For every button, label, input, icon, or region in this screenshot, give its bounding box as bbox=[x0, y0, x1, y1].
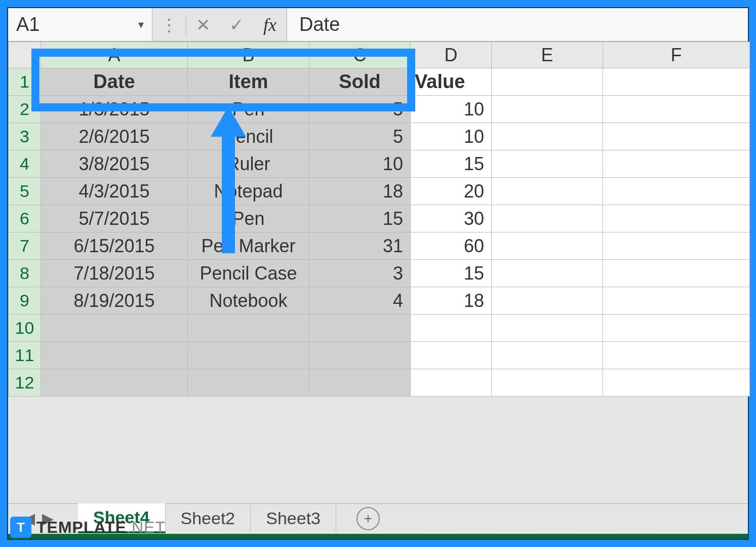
cell-e8[interactable] bbox=[492, 260, 603, 287]
cell-d9[interactable]: 18 bbox=[411, 287, 492, 315]
cell-d12[interactable] bbox=[411, 369, 492, 397]
cell-f11[interactable] bbox=[603, 342, 750, 369]
cell-f7[interactable] bbox=[603, 232, 750, 260]
cell-c2[interactable]: 5 bbox=[309, 96, 411, 123]
row-header-5[interactable]: 5 bbox=[9, 178, 41, 205]
cell-b5[interactable]: Notepad bbox=[188, 178, 309, 205]
cell-a8[interactable]: 7/18/2015 bbox=[41, 260, 188, 287]
cell-a3[interactable]: 2/6/2015 bbox=[41, 123, 188, 150]
chevron-down-icon[interactable]: ▾ bbox=[138, 18, 144, 31]
cell-a6[interactable]: 5/7/2015 bbox=[41, 205, 188, 232]
cell-c12[interactable] bbox=[309, 369, 411, 397]
cancel-icon[interactable]: ✕ bbox=[186, 8, 220, 41]
cell-c9[interactable]: 4 bbox=[309, 287, 411, 315]
cell-e1[interactable] bbox=[492, 68, 603, 96]
cell-a1[interactable]: Date bbox=[41, 68, 188, 96]
cell-f12[interactable] bbox=[603, 369, 750, 397]
cell-e12[interactable] bbox=[492, 369, 603, 397]
add-sheet-button[interactable]: + bbox=[356, 507, 380, 530]
column-header-f[interactable]: F bbox=[603, 42, 750, 68]
cell-f1[interactable] bbox=[603, 68, 750, 96]
row-header-8[interactable]: 8 bbox=[9, 260, 41, 287]
enter-icon[interactable]: ✓ bbox=[220, 8, 253, 41]
column-header-d[interactable]: D bbox=[411, 42, 492, 68]
cell-b1[interactable]: Item bbox=[188, 68, 309, 96]
cell-d5[interactable]: 20 bbox=[411, 178, 492, 205]
cell-d1[interactable]: Value bbox=[411, 68, 492, 96]
row-header-12[interactable]: 12 bbox=[9, 369, 41, 397]
cell-b3[interactable]: Pencil bbox=[188, 123, 309, 150]
row-header-11[interactable]: 11 bbox=[9, 342, 41, 369]
row-header-7[interactable]: 7 bbox=[9, 232, 41, 260]
column-header-b[interactable]: B bbox=[188, 42, 309, 68]
cell-a7[interactable]: 6/15/2015 bbox=[41, 232, 188, 260]
column-header-a[interactable]: A bbox=[41, 42, 188, 68]
cell-b11[interactable] bbox=[188, 342, 309, 369]
cell-c4[interactable]: 10 bbox=[309, 150, 411, 178]
cell-a5[interactable]: 4/3/2015 bbox=[41, 178, 188, 205]
cell-b7[interactable]: Pen Marker bbox=[188, 232, 309, 260]
cell-d8[interactable]: 15 bbox=[411, 260, 492, 287]
cell-a2[interactable]: 1/3/2015 bbox=[41, 96, 188, 123]
row-header-4[interactable]: 4 bbox=[9, 150, 41, 178]
name-box[interactable]: A1 ▾ bbox=[8, 8, 152, 41]
cell-f9[interactable] bbox=[603, 287, 750, 315]
cell-b2[interactable]: Pen bbox=[188, 96, 309, 123]
cell-f10[interactable] bbox=[603, 315, 750, 342]
cell-f3[interactable] bbox=[603, 123, 750, 150]
cell-e7[interactable] bbox=[492, 232, 603, 260]
cell-f4[interactable] bbox=[603, 150, 750, 178]
cell-d3[interactable]: 10 bbox=[411, 123, 492, 150]
cell-d4[interactable]: 15 bbox=[411, 150, 492, 178]
cell-c11[interactable] bbox=[309, 342, 411, 369]
cell-a12[interactable] bbox=[41, 369, 188, 397]
formula-input[interactable]: Date bbox=[287, 8, 748, 41]
fx-icon[interactable]: fx bbox=[253, 8, 287, 41]
cell-b10[interactable] bbox=[188, 315, 309, 342]
cell-b9[interactable]: Notebook bbox=[188, 287, 309, 315]
row-header-3[interactable]: 3 bbox=[9, 123, 41, 150]
cell-c8[interactable]: 3 bbox=[309, 260, 411, 287]
cell-c10[interactable] bbox=[309, 315, 411, 342]
cell-c5[interactable]: 18 bbox=[309, 178, 411, 205]
cell-e5[interactable] bbox=[492, 178, 603, 205]
cell-e9[interactable] bbox=[492, 287, 603, 315]
select-all-corner[interactable] bbox=[9, 42, 41, 68]
cell-a10[interactable] bbox=[41, 315, 188, 342]
cell-b6[interactable]: Pen bbox=[188, 205, 309, 232]
cell-a11[interactable] bbox=[41, 342, 188, 369]
row-header-6[interactable]: 6 bbox=[9, 205, 41, 232]
cell-c6[interactable]: 15 bbox=[309, 205, 411, 232]
column-header-e[interactable]: E bbox=[492, 42, 603, 68]
cell-b8[interactable]: Pencil Case bbox=[188, 260, 309, 287]
cell-f8[interactable] bbox=[603, 260, 750, 287]
cell-c3[interactable]: 5 bbox=[309, 123, 411, 150]
cell-c1[interactable]: Sold bbox=[309, 68, 411, 96]
cell-a9[interactable]: 8/19/2015 bbox=[41, 287, 188, 315]
cell-b12[interactable] bbox=[188, 369, 309, 397]
sheet-tab-sheet3[interactable]: Sheet3 bbox=[251, 504, 336, 532]
cell-d7[interactable]: 60 bbox=[411, 232, 492, 260]
cell-d6[interactable]: 30 bbox=[411, 205, 492, 232]
cell-c7[interactable]: 31 bbox=[309, 232, 411, 260]
row-header-1[interactable]: 1 bbox=[9, 68, 41, 96]
cell-f6[interactable] bbox=[603, 205, 750, 232]
cell-e3[interactable] bbox=[492, 123, 603, 150]
cell-d11[interactable] bbox=[411, 342, 492, 369]
row-header-2[interactable]: 2 bbox=[9, 96, 41, 123]
cell-f2[interactable] bbox=[603, 96, 750, 123]
cell-b4[interactable]: Ruler bbox=[188, 150, 309, 178]
row-header-10[interactable]: 10 bbox=[9, 315, 41, 342]
cell-a4[interactable]: 3/8/2015 bbox=[41, 150, 188, 178]
cell-e4[interactable] bbox=[492, 150, 603, 178]
cell-e11[interactable] bbox=[492, 342, 603, 369]
sheet-tab-sheet2[interactable]: Sheet2 bbox=[166, 504, 251, 532]
cell-d2[interactable]: 10 bbox=[411, 96, 492, 123]
cell-f5[interactable] bbox=[603, 178, 750, 205]
cell-d10[interactable] bbox=[411, 315, 492, 342]
cell-e6[interactable] bbox=[492, 205, 603, 232]
cell-e2[interactable] bbox=[492, 96, 603, 123]
cell-e10[interactable] bbox=[492, 315, 603, 342]
column-header-c[interactable]: C bbox=[309, 42, 411, 68]
row-header-9[interactable]: 9 bbox=[9, 287, 41, 315]
